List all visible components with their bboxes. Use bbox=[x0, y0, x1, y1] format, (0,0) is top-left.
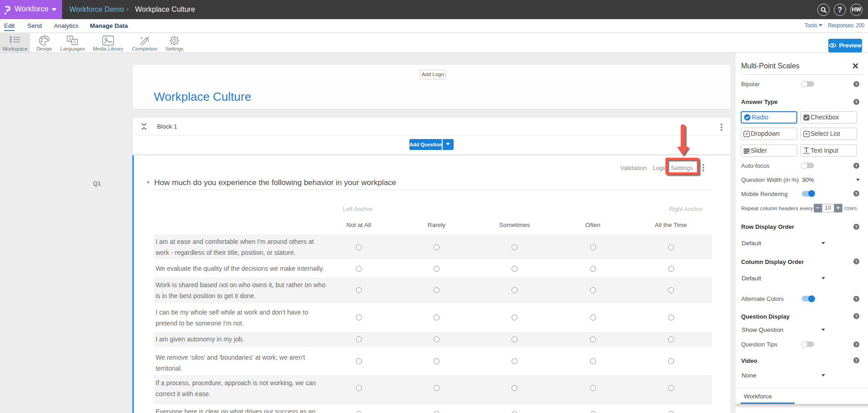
svg-text:A: A bbox=[73, 39, 76, 44]
svg-text:文: 文 bbox=[68, 37, 72, 41]
